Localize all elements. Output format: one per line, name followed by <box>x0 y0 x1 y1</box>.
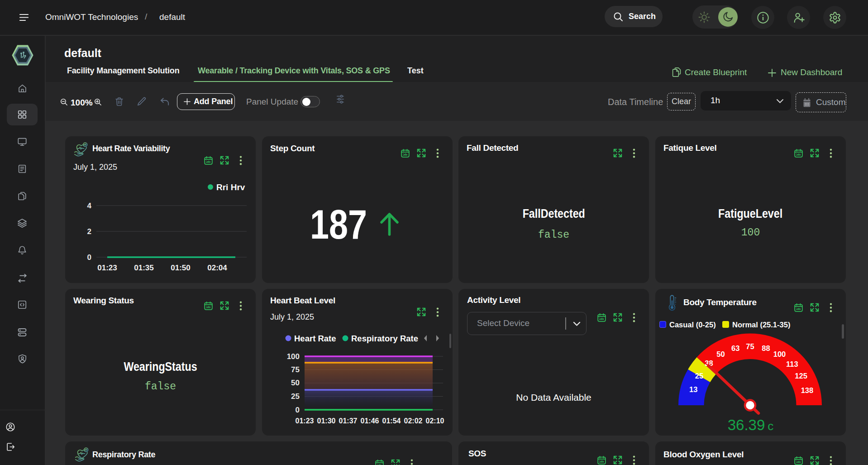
svg-text:Rri Hrv: Rri Hrv <box>216 182 245 192</box>
svg-text:88: 88 <box>762 344 770 352</box>
svg-text:25: 25 <box>695 372 703 380</box>
svg-text:02:02: 02:02 <box>404 417 423 425</box>
svg-text:Heart Rate: Heart Rate <box>294 334 336 343</box>
svg-text:01:23: 01:23 <box>296 417 314 425</box>
svg-text:138: 138 <box>801 386 814 394</box>
svg-text:0: 0 <box>87 253 91 262</box>
svg-text:0: 0 <box>296 406 300 414</box>
svg-text:75: 75 <box>291 365 300 374</box>
svg-text:113: 113 <box>786 360 798 368</box>
svg-text:100: 100 <box>287 352 300 361</box>
svg-text:63: 63 <box>731 344 739 352</box>
svg-text:01:23: 01:23 <box>97 264 117 272</box>
svg-text:2: 2 <box>87 227 91 236</box>
svg-text:01:30: 01:30 <box>317 417 336 425</box>
svg-text:01:35: 01:35 <box>134 264 153 272</box>
svg-text:75: 75 <box>746 342 754 350</box>
svg-text:50: 50 <box>716 350 725 358</box>
svg-text:02:10: 02:10 <box>426 417 444 425</box>
svg-text:01:50: 01:50 <box>171 264 190 272</box>
svg-text:125: 125 <box>795 372 807 380</box>
svg-text:01:37: 01:37 <box>339 417 358 425</box>
svg-text:50: 50 <box>291 379 300 387</box>
svg-text:100: 100 <box>773 350 786 358</box>
svg-text:25: 25 <box>291 392 300 401</box>
svg-text:01:46: 01:46 <box>361 417 379 425</box>
svg-text:Respiratory Rate: Respiratory Rate <box>351 334 418 343</box>
svg-text:02:04: 02:04 <box>207 264 227 272</box>
svg-text:13: 13 <box>689 385 697 393</box>
svg-text:4: 4 <box>87 201 92 210</box>
svg-text:01:54: 01:54 <box>382 417 401 425</box>
